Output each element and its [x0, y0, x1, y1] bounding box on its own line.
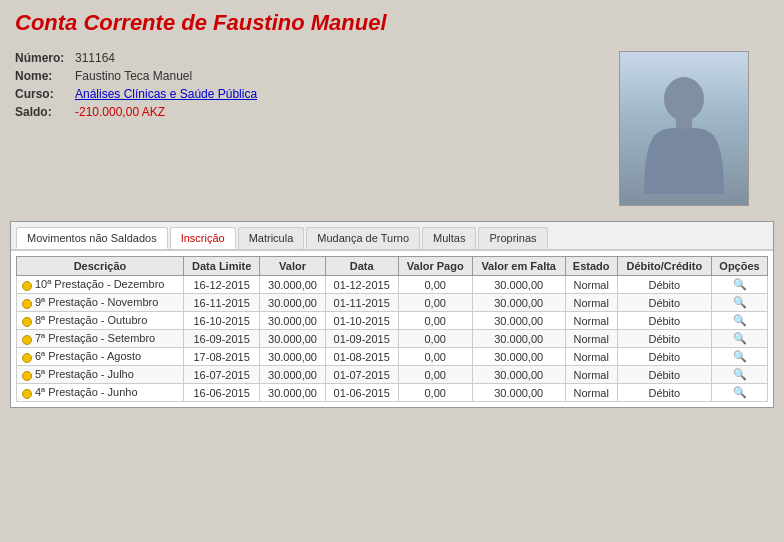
cell-valor_pago: 0,00 — [398, 330, 472, 348]
cell-valor_em_falta: 30.000,00 — [472, 348, 565, 366]
numero-value: 311164 — [75, 51, 115, 65]
search-icon[interactable]: 🔍 — [733, 278, 747, 290]
svg-point-0 — [664, 77, 704, 121]
table-header-row: Descrição Data Limite Valor Data Valor P… — [17, 257, 768, 276]
cell-valor: 30.000,00 — [260, 312, 325, 330]
cell-debito_credito: Débito — [617, 312, 711, 330]
cell-valor: 30.000,00 — [260, 330, 325, 348]
cell-data: 01-07-2015 — [325, 366, 398, 384]
cell-debito_credito: Débito — [617, 348, 711, 366]
table-row: 9ª Prestação - Novembro16-11-201530.000,… — [17, 294, 768, 312]
cell-valor_pago: 0,00 — [398, 348, 472, 366]
search-icon[interactable]: 🔍 — [733, 386, 747, 398]
photo-box — [619, 51, 749, 206]
nome-label: Nome: — [15, 69, 75, 83]
cell-valor: 30.000,00 — [260, 294, 325, 312]
cell-valor_pago: 0,00 — [398, 384, 472, 402]
tabs: Movimentos não Saldados Inscrição Matric… — [11, 222, 773, 251]
table-row: 10ª Prestação - Dezembro16-12-201530.000… — [17, 276, 768, 294]
search-icon[interactable]: 🔍 — [733, 296, 747, 308]
cell-valor_em_falta: 30.000,00 — [472, 276, 565, 294]
table-row: 8ª Prestação - Outubro16-10-201530.000,0… — [17, 312, 768, 330]
search-icon[interactable]: 🔍 — [733, 368, 747, 380]
saldo-row: Saldo: -210.000,00 AKZ — [15, 105, 599, 119]
cell-data: 01-10-2015 — [325, 312, 398, 330]
cell-data_limite: 16-10-2015 — [183, 312, 259, 330]
tab-proprinas[interactable]: Proprinas — [478, 227, 547, 249]
tab-inscricao[interactable]: Inscrição — [170, 227, 236, 249]
col-header-debito-credito: Débito/Crédito — [617, 257, 711, 276]
cell-valor_pago: 0,00 — [398, 276, 472, 294]
cell-estado: Normal — [565, 276, 617, 294]
tab-multas[interactable]: Multas — [422, 227, 476, 249]
col-header-estado: Estado — [565, 257, 617, 276]
status-dot — [22, 335, 32, 345]
col-header-valor-falta: Valor em Falta — [472, 257, 565, 276]
cell-valor: 30.000,00 — [260, 366, 325, 384]
cell-options: 🔍 — [712, 276, 768, 294]
table-row: 5ª Prestação - Julho16-07-201530.000,000… — [17, 366, 768, 384]
cell-estado: Normal — [565, 330, 617, 348]
cell-debito_credito: Débito — [617, 276, 711, 294]
photo-silhouette — [639, 64, 729, 194]
cell-valor_em_falta: 30.000,00 — [472, 366, 565, 384]
cell-data_limite: 16-11-2015 — [183, 294, 259, 312]
page-title: Conta Corrente de Faustino Manuel — [15, 10, 769, 36]
status-dot — [22, 299, 32, 309]
table-row: 6ª Prestação - Agosto17-08-201530.000,00… — [17, 348, 768, 366]
cell-options: 🔍 — [712, 348, 768, 366]
status-dot — [22, 389, 32, 399]
cell-data_limite: 16-09-2015 — [183, 330, 259, 348]
col-header-data-limite: Data Limite — [183, 257, 259, 276]
cell-data_limite: 17-08-2015 — [183, 348, 259, 366]
cell-debito_credito: Débito — [617, 294, 711, 312]
cell-options: 🔍 — [712, 366, 768, 384]
curso-label: Curso: — [15, 87, 75, 101]
numero-row: Número: 311164 — [15, 51, 599, 65]
saldo-value: -210.000,00 AKZ — [75, 105, 165, 119]
cell-debito_credito: Débito — [617, 384, 711, 402]
search-icon[interactable]: 🔍 — [733, 332, 747, 344]
table-row: 7ª Prestação - Setembro16-09-201530.000,… — [17, 330, 768, 348]
col-header-descricao: Descrição — [17, 257, 184, 276]
cell-valor_em_falta: 30.000,00 — [472, 384, 565, 402]
status-dot — [22, 371, 32, 381]
cell-data: 01-09-2015 — [325, 330, 398, 348]
numero-label: Número: — [15, 51, 75, 65]
nome-value: Faustino Teca Manuel — [75, 69, 192, 83]
cell-options: 🔍 — [712, 384, 768, 402]
cell-estado: Normal — [565, 312, 617, 330]
cell-estado: Normal — [565, 384, 617, 402]
cell-data_limite: 16-12-2015 — [183, 276, 259, 294]
cell-options: 🔍 — [712, 330, 768, 348]
cell-valor_em_falta: 30.000,00 — [472, 294, 565, 312]
cell-data: 01-08-2015 — [325, 348, 398, 366]
content-panel: Movimentos não Saldados Inscrição Matric… — [10, 221, 774, 408]
saldo-label: Saldo: — [15, 105, 75, 119]
cell-valor_em_falta: 30.000,00 — [472, 312, 565, 330]
cell-valor_pago: 0,00 — [398, 366, 472, 384]
col-header-opcoes: Opções — [712, 257, 768, 276]
info-text: Número: 311164 Nome: Faustino Teca Manue… — [15, 51, 599, 206]
cell-estado: Normal — [565, 348, 617, 366]
cell-valor: 30.000,00 — [260, 384, 325, 402]
search-icon[interactable]: 🔍 — [733, 314, 747, 326]
cell-debito_credito: Débito — [617, 330, 711, 348]
cell-estado: Normal — [565, 294, 617, 312]
cell-valor: 30.000,00 — [260, 276, 325, 294]
col-header-valor: Valor — [260, 257, 325, 276]
tab-movimentos[interactable]: Movimentos não Saldados — [16, 227, 168, 249]
cell-data_limite: 16-07-2015 — [183, 366, 259, 384]
cell-data: 01-12-2015 — [325, 276, 398, 294]
curso-value[interactable]: Análises Clínicas e Saúde Pública — [75, 87, 257, 101]
cell-options: 🔍 — [712, 312, 768, 330]
main-container: Conta Corrente de Faustino Manuel Número… — [0, 0, 784, 408]
table-row: 4ª Prestação - Junho16-06-201530.000,000… — [17, 384, 768, 402]
search-icon[interactable]: 🔍 — [733, 350, 747, 362]
tab-mudanca-turno[interactable]: Mudança de Turno — [306, 227, 420, 249]
info-section: Número: 311164 Nome: Faustino Teca Manue… — [0, 41, 784, 216]
status-dot — [22, 317, 32, 327]
nome-row: Nome: Faustino Teca Manuel — [15, 69, 599, 83]
tab-matricula[interactable]: Matricula — [238, 227, 305, 249]
cell-valor_pago: 0,00 — [398, 294, 472, 312]
